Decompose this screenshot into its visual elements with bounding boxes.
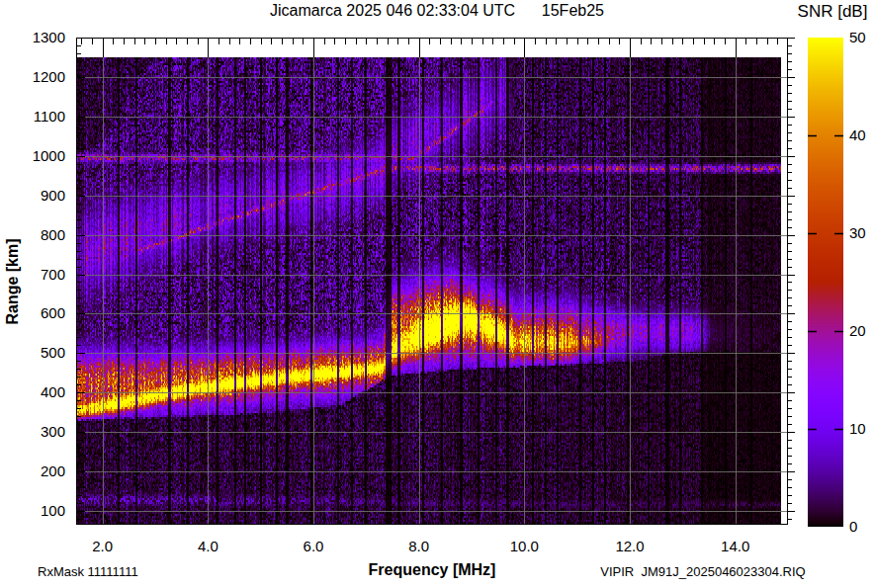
y-tick-label: 800 <box>20 226 65 244</box>
colorbar-tick-label: 30 <box>849 224 874 242</box>
x-axis-label: Frequency [MHz] <box>284 561 580 579</box>
x-tick-label: 4.0 <box>184 538 231 555</box>
y-tick-label: 1100 <box>20 108 65 126</box>
rxmask-annotation: RxMask 11111111 <box>38 564 138 579</box>
y-tick-label: 200 <box>20 462 65 480</box>
data-file-annotation: VIPIR JM91J_2025046023304.RIQ <box>569 564 836 579</box>
y-tick-label: 700 <box>20 266 65 284</box>
colorbar-canvas <box>808 38 843 527</box>
ionogram-page: Jicamarca 2025 046 02:33:04 UTC 15Feb25 … <box>0 0 874 588</box>
y-tick-label: 100 <box>20 502 65 520</box>
y-tick-label: 1200 <box>20 68 65 86</box>
y-tick-label: 400 <box>20 383 65 401</box>
x-tick-label: 12.0 <box>606 538 654 555</box>
y-tick-label: 1000 <box>20 147 65 165</box>
x-tick-label: 10.0 <box>500 538 548 555</box>
x-tick-label: 2.0 <box>79 538 127 555</box>
colorbar-tick-label: 40 <box>849 126 874 144</box>
y-tick-label: 900 <box>20 187 65 205</box>
y-tick-label: 500 <box>20 344 65 362</box>
colorbar-tick-label: 10 <box>849 420 874 438</box>
x-tick-label: 8.0 <box>395 538 443 555</box>
x-tick-label: 6.0 <box>290 538 337 555</box>
x-tick-label: 14.0 <box>712 538 759 555</box>
colorbar-tick-label: 20 <box>849 322 874 340</box>
plot-title: Jicamarca 2025 046 02:33:04 UTC 15Feb25 <box>0 2 874 20</box>
y-tick-label: 300 <box>20 423 65 441</box>
y-tick-label: 600 <box>20 304 65 322</box>
y-tick-label: 1300 <box>20 29 65 46</box>
ionogram-spectrogram-canvas <box>76 38 796 527</box>
colorbar-tick-label: 50 <box>849 29 874 46</box>
colorbar-tick-label: 0 <box>849 518 874 536</box>
colorbar-title: SNR [dB] <box>791 2 874 22</box>
